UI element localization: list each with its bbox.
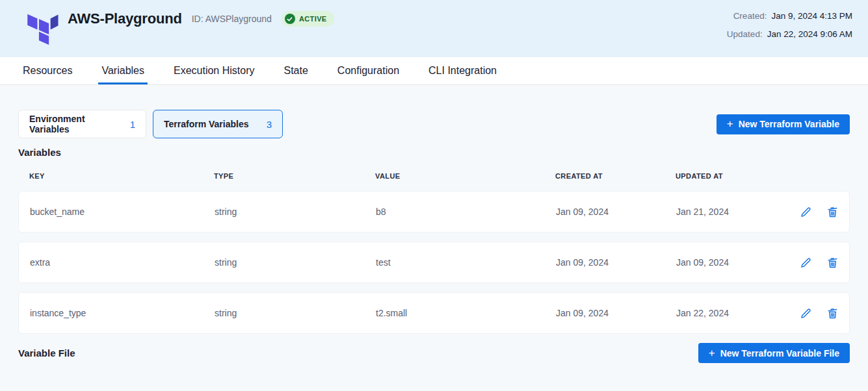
variable-value: t2.small	[376, 308, 556, 318]
table-row: bucket_name string b8 Jan 09, 2024 Jan 2…	[18, 191, 850, 233]
tab-execution-history[interactable]: Execution History	[174, 57, 255, 84]
variable-key: extra	[30, 257, 215, 268]
variable-updated-at: Jan 22, 2024	[676, 308, 796, 318]
header-timestamps: Created: Jan 9, 2024 4:13 PM Updated: Ja…	[727, 6, 852, 43]
trash-icon	[826, 205, 839, 219]
variable-created-at: Jan 09, 2024	[556, 207, 676, 217]
pencil-icon	[799, 256, 813, 270]
column-header-value: VALUE	[375, 172, 555, 180]
environment-header: AWS-Playground ID: AWSPlayground ACTIVE …	[0, 0, 868, 57]
variables-section-label: Variables	[18, 147, 850, 158]
delete-variable-button[interactable]	[825, 205, 839, 219]
new-terraform-variable-button[interactable]: + New Terraform Variable	[717, 114, 850, 134]
edit-variable-button[interactable]	[798, 205, 813, 219]
created-value: Jan 9, 2024 4:13 PM	[771, 11, 852, 21]
environment-id: ID: AWSPlayground	[192, 14, 272, 24]
table-row: extra string test Jan 09, 2024 Jan 09, 2…	[18, 242, 850, 283]
plus-icon: +	[727, 118, 733, 129]
column-header-created-at: CREATED AT	[555, 172, 676, 180]
pencil-icon	[799, 205, 813, 219]
variable-created-at: Jan 09, 2024	[556, 257, 676, 268]
variable-value: b8	[376, 207, 556, 217]
edit-variable-button[interactable]	[798, 255, 813, 270]
tab-state[interactable]: State	[284, 57, 308, 84]
variable-updated-at: Jan 09, 2024	[676, 257, 796, 268]
created-label: Created:	[733, 11, 767, 21]
updated-label: Updated:	[727, 29, 763, 39]
trash-icon	[826, 256, 839, 270]
edit-variable-button[interactable]	[798, 306, 813, 320]
check-circle-icon	[285, 14, 295, 24]
terraform-variables-count: 3	[267, 119, 272, 130]
trash-icon	[826, 307, 839, 320]
variable-type-toggle-group: Environment Variables 1 Terraform Variab…	[18, 110, 283, 138]
new-terraform-variable-file-button-label: New Terraform Variable File	[720, 348, 839, 359]
toggle-environment-variables[interactable]: Environment Variables 1	[18, 110, 146, 138]
toggle-terraform-variables-label: Terraform Variables	[164, 119, 248, 129]
column-header-type: TYPE	[214, 172, 375, 180]
variable-key: instance_type	[30, 308, 215, 318]
column-header-key: KEY	[29, 172, 214, 180]
table-row: instance_type string t2.small Jan 09, 20…	[18, 292, 850, 334]
variables-table-body: bucket_name string b8 Jan 09, 2024 Jan 2…	[18, 191, 850, 334]
variable-type: string	[215, 257, 376, 268]
variables-table-header: KEY TYPE VALUE CREATED AT UPDATED AT	[18, 172, 850, 180]
variable-type: string	[215, 207, 376, 217]
pencil-icon	[799, 307, 813, 320]
plus-icon: +	[709, 347, 715, 359]
updated-value: Jan 22, 2024 9:06 AM	[767, 29, 852, 39]
tab-resources[interactable]: Resources	[23, 57, 72, 84]
tab-configuration[interactable]: Configuration	[337, 57, 399, 84]
tab-variables[interactable]: Variables	[101, 57, 144, 84]
variable-created-at: Jan 09, 2024	[556, 308, 676, 318]
toggle-terraform-variables[interactable]: Terraform Variables 3	[153, 110, 283, 138]
variable-value: test	[376, 257, 556, 268]
variables-panel: Environment Variables 1 Terraform Variab…	[0, 85, 868, 363]
new-terraform-variable-file-button[interactable]: + New Terraform Variable File	[698, 343, 850, 363]
toggle-environment-variables-label: Environment Variables	[29, 114, 113, 134]
variable-updated-at: Jan 21, 2024	[676, 207, 796, 217]
delete-variable-button[interactable]	[825, 306, 839, 320]
variable-type: string	[215, 308, 376, 318]
tab-cli-integration[interactable]: CLI Integration	[428, 57, 497, 84]
page-title: AWS-Playground	[68, 10, 182, 27]
delete-variable-button[interactable]	[825, 255, 839, 270]
new-terraform-variable-button-label: New Terraform Variable	[739, 119, 839, 129]
variable-key: bucket_name	[30, 207, 215, 217]
main-tab-bar: Resources Variables Execution History St…	[0, 57, 868, 85]
environment-variables-count: 1	[130, 119, 135, 130]
terraform-logo-icon	[25, 9, 60, 45]
column-header-updated-at: UPDATED AT	[676, 172, 796, 180]
status-badge-label: ACTIVE	[299, 15, 327, 23]
status-badge: ACTIVE	[282, 11, 334, 27]
variable-file-section-label: Variable File	[18, 347, 75, 359]
